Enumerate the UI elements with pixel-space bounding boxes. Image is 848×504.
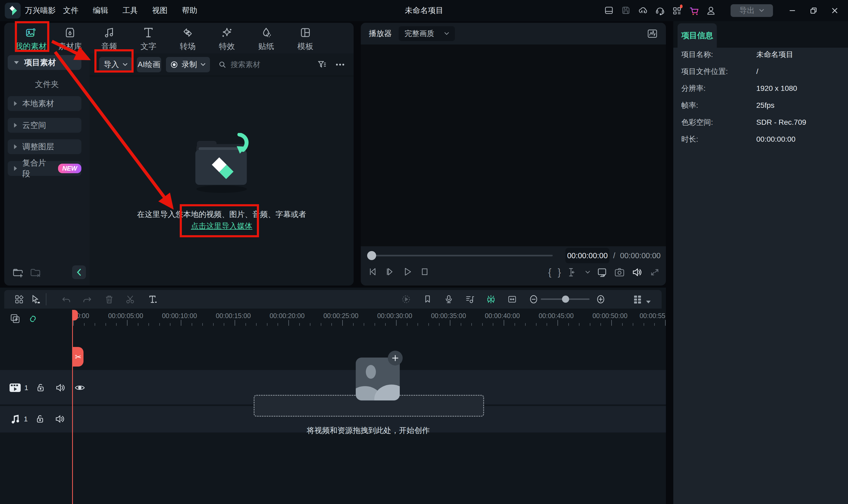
cloud-sync-icon[interactable] (638, 5, 648, 16)
ruler-tick (213, 323, 214, 326)
mute-track-icon[interactable] (55, 383, 66, 393)
window-controls (788, 0, 839, 21)
save-icon[interactable] (621, 5, 631, 16)
tab-templates[interactable]: 模板 (286, 23, 325, 54)
redo-icon[interactable] (82, 294, 92, 304)
filter-icon[interactable] (317, 60, 327, 69)
collapse-panel-button[interactable] (72, 265, 86, 279)
previous-frame-button[interactable] (367, 267, 378, 277)
sidebar-item-project-media[interactable]: 项目素材 (8, 55, 81, 70)
player-preview[interactable] (361, 44, 666, 246)
account-icon[interactable] (706, 5, 716, 16)
audio-mixer-icon[interactable] (465, 294, 474, 304)
minimize-button[interactable] (788, 6, 797, 15)
close-button[interactable] (830, 6, 839, 15)
delete-icon[interactable] (104, 294, 114, 304)
layout-panel-icon[interactable] (604, 5, 615, 16)
store-cart-icon[interactable] (689, 5, 699, 16)
tab-transitions[interactable]: 转场 (168, 23, 207, 54)
search-box[interactable] (219, 60, 300, 69)
menu-tools[interactable]: 工具 (122, 5, 138, 16)
next-frame-button[interactable] (385, 267, 395, 277)
my-media-icon (24, 26, 37, 39)
support-headset-icon[interactable] (655, 5, 665, 16)
search-input[interactable] (230, 60, 300, 69)
undo-icon[interactable] (62, 294, 71, 304)
lock-track-icon[interactable] (36, 383, 46, 393)
delete-folder-icon[interactable] (30, 267, 41, 278)
trim-tool-button[interactable] (567, 267, 579, 277)
menu-edit[interactable]: 编辑 (93, 5, 108, 16)
tab-audio[interactable]: 音频 (90, 23, 129, 54)
scissors-icon: ✂ (75, 352, 81, 361)
select-tool-icon[interactable] (31, 294, 40, 304)
ruler-tick (579, 323, 579, 326)
timeline-ruler[interactable]: 00:00 00:00:05:00 00:00:10:00 00:00:15:0… (72, 310, 666, 326)
text-tool-icon[interactable] (148, 294, 157, 304)
lock-track-icon[interactable] (35, 414, 45, 424)
track-manager-icon[interactable] (633, 294, 642, 304)
tab-stickers[interactable]: 贴纸 (246, 23, 286, 54)
seek-thumb[interactable] (367, 251, 376, 260)
record-button[interactable]: 录制 (166, 57, 210, 72)
caret-right-icon (14, 123, 17, 128)
menu-file[interactable]: 文件 (63, 5, 79, 16)
ai-paint-button[interactable]: AI绘画 (137, 57, 161, 72)
mark-out-button[interactable]: } (558, 267, 561, 277)
restore-button[interactable] (809, 6, 818, 15)
playhead[interactable] (72, 310, 73, 504)
volume-button[interactable] (631, 267, 643, 278)
more-options-icon[interactable] (335, 63, 345, 66)
marker-icon[interactable] (423, 294, 432, 304)
media-browser-toggle-icon[interactable] (15, 294, 24, 304)
mirror-display-button[interactable] (596, 267, 608, 278)
stop-button[interactable] (420, 267, 430, 277)
sidebar-item-adjustment-layer[interactable]: 调整图层 (8, 139, 81, 154)
sidebar-item-compound-clip[interactable]: 复合片段 NEW (8, 161, 81, 176)
export-button[interactable]: 导出 (730, 4, 773, 17)
sidebar-item-cloud-space[interactable]: 云空间 (8, 118, 81, 133)
link-clips-icon[interactable] (28, 313, 38, 324)
menu-help[interactable]: 帮助 (182, 5, 197, 16)
sidebar-item-local-media[interactable]: 本地素材 (8, 96, 81, 111)
cut-icon[interactable] (125, 294, 135, 304)
chevron-down-icon (123, 63, 127, 66)
render-preview-icon[interactable] (401, 294, 411, 304)
tab-text[interactable]: 文字 (129, 23, 168, 54)
ruler-tick (116, 323, 117, 326)
voiceover-mic-icon[interactable] (444, 294, 453, 304)
fullscreen-button[interactable] (650, 267, 660, 277)
quality-select[interactable]: 完整画质 (399, 26, 455, 41)
tab-my-media[interactable]: 我的素材 (11, 23, 50, 54)
tab-project-info[interactable]: 项目信息 (678, 23, 717, 48)
import-button[interactable]: 导入 (99, 57, 132, 72)
apps-grid-icon[interactable] (672, 5, 682, 16)
split-mode-icon[interactable] (486, 294, 496, 304)
import-folder-illustration[interactable] (180, 133, 263, 197)
zoom-fit-icon[interactable] (507, 294, 517, 304)
current-timecode[interactable]: 00:00:00:00 (566, 248, 609, 263)
play-button[interactable] (402, 267, 413, 277)
ruler-tick (364, 323, 364, 326)
playhead-handle[interactable] (72, 310, 78, 321)
chevron-down-icon[interactable] (646, 298, 651, 307)
zoom-slider-thumb[interactable] (562, 295, 569, 303)
chevron-down-icon[interactable] (585, 271, 590, 274)
menu-view[interactable]: 视图 (152, 5, 168, 16)
tab-effects[interactable]: 特效 (207, 23, 246, 54)
mark-in-button[interactable]: { (548, 267, 551, 277)
sidebar-item-folder[interactable]: 文件夹 (4, 79, 90, 90)
playhead-split-button[interactable]: ✂ (73, 347, 84, 366)
snapshot-button[interactable] (614, 267, 625, 278)
seek-bar[interactable] (370, 255, 553, 256)
zoom-out-button[interactable] (529, 294, 538, 304)
hide-track-icon[interactable] (74, 383, 85, 393)
add-track-icon[interactable] (10, 313, 21, 324)
zoom-in-button[interactable] (596, 294, 605, 304)
new-folder-icon[interactable] (12, 267, 24, 278)
tab-stock-library[interactable]: 素材库 (50, 23, 90, 54)
mute-track-icon[interactable] (55, 414, 65, 424)
add-media-badge[interactable] (388, 350, 403, 365)
scopes-button[interactable] (647, 28, 658, 39)
import-media-link[interactable]: 点击这里导入媒体 (191, 221, 252, 232)
